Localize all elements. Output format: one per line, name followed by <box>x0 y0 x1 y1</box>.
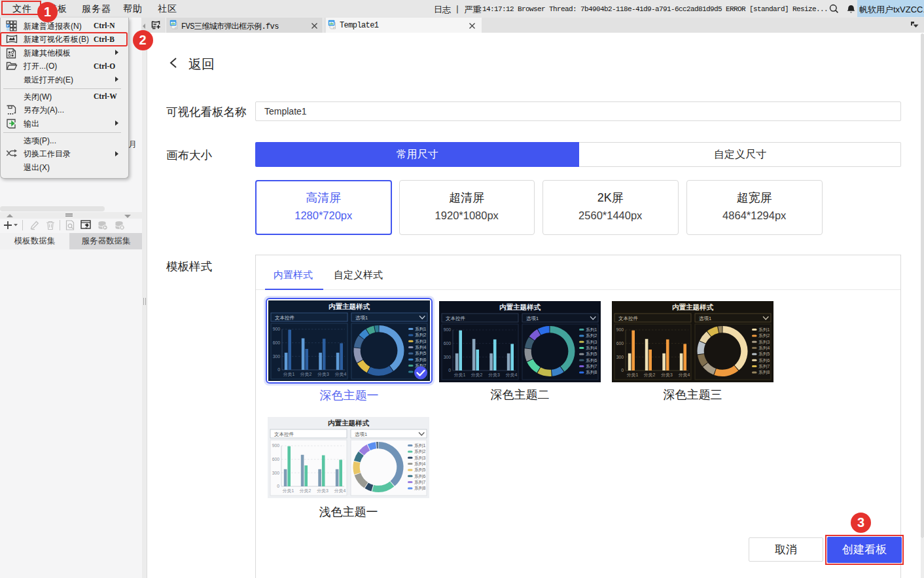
svg-text:选项1: 选项1 <box>526 316 539 321</box>
svg-text:系列4: 系列4 <box>414 461 426 467</box>
svg-text:300: 300 <box>272 471 280 475</box>
svg-text:系列6: 系列6 <box>414 474 426 479</box>
svg-text:分类4: 分类4 <box>334 488 346 493</box>
svg-text:分类4: 分类4 <box>335 372 347 376</box>
svg-text:系列7: 系列7 <box>414 480 426 485</box>
svg-text:系列3: 系列3 <box>415 339 427 344</box>
svg-text:分类3: 分类3 <box>317 372 329 376</box>
svg-text:系列6: 系列6 <box>758 358 770 363</box>
svg-text:系列2: 系列2 <box>586 333 597 338</box>
svg-text:系列1: 系列1 <box>414 443 426 448</box>
svg-text:分类2: 分类2 <box>300 488 311 493</box>
svg-text:300: 300 <box>616 355 624 359</box>
svg-text:系列8: 系列8 <box>586 370 597 375</box>
svg-text:文本控件: 文本控件 <box>446 316 466 321</box>
svg-text:系列5: 系列5 <box>758 352 770 357</box>
svg-text:系列2: 系列2 <box>414 449 426 454</box>
svg-text:系列3: 系列3 <box>758 340 770 345</box>
svg-text:分类1: 分类1 <box>283 372 295 376</box>
svg-text:系列6: 系列6 <box>586 358 597 363</box>
svg-text:900: 900 <box>272 443 280 448</box>
svg-text:文本控件: 文本控件 <box>274 431 294 437</box>
svg-text:600: 600 <box>273 340 281 345</box>
svg-text:选项1: 选项1 <box>699 316 711 321</box>
svg-text:系列3: 系列3 <box>586 340 597 345</box>
svg-text:分类1: 分类1 <box>454 372 466 377</box>
svg-text:系列8: 系列8 <box>758 370 770 375</box>
svg-text:系列4: 系列4 <box>758 346 770 351</box>
svg-text:系列5: 系列5 <box>586 352 597 357</box>
svg-text:系列4: 系列4 <box>586 346 597 351</box>
svg-text:900: 900 <box>444 327 452 332</box>
svg-text:分类3: 分类3 <box>488 372 500 377</box>
svg-text:选项1: 选项1 <box>355 431 367 437</box>
svg-text:内置主题样式: 内置主题样式 <box>499 303 541 311</box>
svg-text:系列7: 系列7 <box>586 364 597 369</box>
svg-text:分类4: 分类4 <box>679 372 690 377</box>
svg-text:300: 300 <box>444 355 452 359</box>
svg-text:系列8: 系列8 <box>414 486 426 491</box>
svg-text:900: 900 <box>273 327 281 331</box>
svg-text:选项1: 选项1 <box>355 315 368 321</box>
svg-text:分类3: 分类3 <box>661 372 673 377</box>
svg-text:系列6: 系列6 <box>415 357 427 363</box>
svg-text:分类4: 分类4 <box>506 372 518 377</box>
svg-text:内置主题样式: 内置主题样式 <box>672 303 714 311</box>
svg-text:系列2: 系列2 <box>415 333 427 338</box>
svg-text:系列2: 系列2 <box>758 333 770 338</box>
svg-text:600: 600 <box>616 341 624 346</box>
svg-text:内置主题样式: 内置主题样式 <box>329 302 370 310</box>
svg-text:600: 600 <box>444 341 452 346</box>
svg-text:文本控件: 文本控件 <box>618 316 639 321</box>
svg-text:分类1: 分类1 <box>627 372 639 377</box>
svg-text:系列1: 系列1 <box>758 327 770 333</box>
svg-text:600: 600 <box>272 457 280 461</box>
svg-text:分类1: 分类1 <box>283 488 294 493</box>
svg-text:系列3: 系列3 <box>414 456 426 461</box>
svg-text:0: 0 <box>621 368 624 372</box>
svg-text:系列7: 系列7 <box>758 364 770 369</box>
svg-text:900: 900 <box>616 327 624 332</box>
svg-text:内置主题样式: 内置主题样式 <box>328 419 370 427</box>
svg-text:0: 0 <box>277 484 279 488</box>
svg-text:分类3: 分类3 <box>317 488 329 493</box>
svg-text:系列5: 系列5 <box>415 351 427 356</box>
svg-text:0: 0 <box>277 367 280 372</box>
svg-text:分类2: 分类2 <box>644 372 656 377</box>
svg-text:系列1: 系列1 <box>586 327 597 333</box>
svg-text:分类2: 分类2 <box>471 372 483 377</box>
svg-text:300: 300 <box>273 354 281 359</box>
svg-text:系列1: 系列1 <box>415 327 427 332</box>
svg-text:分类2: 分类2 <box>300 372 312 376</box>
svg-text:系列5: 系列5 <box>414 467 426 473</box>
svg-text:系列4: 系列4 <box>415 345 427 350</box>
svg-text:0: 0 <box>448 368 451 372</box>
svg-text:文本控件: 文本控件 <box>275 315 295 321</box>
